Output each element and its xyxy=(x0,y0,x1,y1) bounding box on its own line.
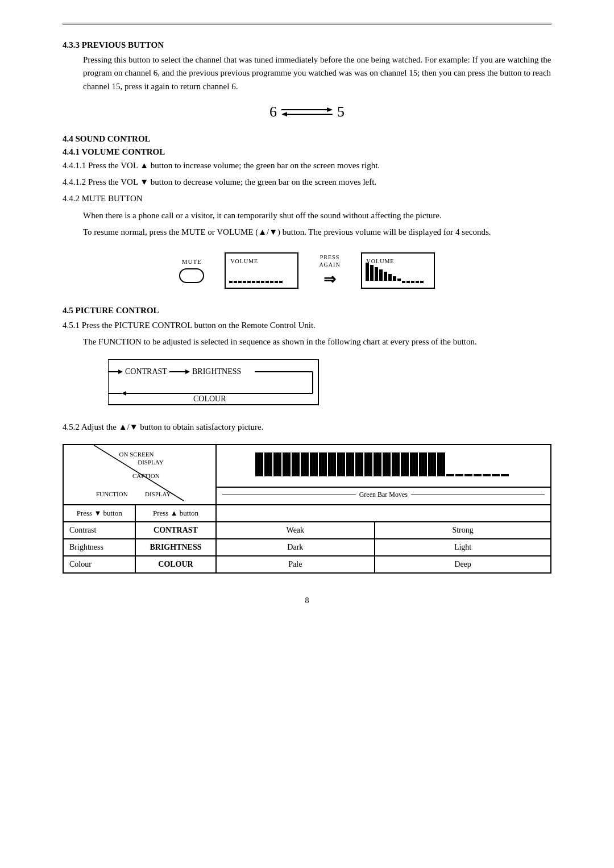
top-border xyxy=(63,23,551,24)
row2-function: Brightness xyxy=(63,539,135,556)
row1-press-up: Strong xyxy=(375,522,551,539)
green-bar-label-row: Green Bar Moves xyxy=(222,491,545,499)
svg-rect-68 xyxy=(428,452,436,476)
svg-rect-7 xyxy=(243,281,246,283)
mute-block: MUTE xyxy=(179,258,204,283)
vol-bars-2 xyxy=(366,267,430,283)
line-442: 4.4.2 MUTE BUTTON xyxy=(63,192,551,205)
svg-marker-39 xyxy=(122,391,126,396)
row3-display: COLOUR xyxy=(135,556,215,573)
row2-press-down: Dark xyxy=(216,539,375,556)
row1-press-down: Weak xyxy=(216,522,375,539)
row2-display: BRIGHTNESS xyxy=(135,539,215,556)
table-header-row: ON SCREEN DISPLAY CAPTION FUNCTION DISPL… xyxy=(63,445,551,487)
svg-rect-65 xyxy=(401,452,409,476)
svg-rect-70 xyxy=(446,474,454,476)
svg-text:CAPTION: CAPTION xyxy=(132,472,160,479)
line-452: 4.5.2 Adjust the ▲/▼ button to obtain sa… xyxy=(63,421,551,434)
svg-rect-13 xyxy=(270,281,273,283)
mute-para1: When there is a phone call or a visitor,… xyxy=(83,209,551,222)
svg-rect-18 xyxy=(375,267,378,281)
volume-box-2: VOLUME xyxy=(361,252,435,289)
row3-press-up: Deep xyxy=(375,556,551,573)
line-4412: 4.4.1.2 Press the VOL ▼ button to decrea… xyxy=(63,176,551,189)
svg-rect-12 xyxy=(265,281,269,283)
section-44: 4.4 SOUND CONTROL 4.4.1 VOLUME CONTROL 4… xyxy=(63,134,551,289)
svg-rect-56 xyxy=(319,452,327,476)
svg-text:FUNCTION: FUNCTION xyxy=(96,491,128,497)
picture-flow-chart: CONTRAST BRIGHTNESS COLOUR xyxy=(108,359,324,410)
table-row: Colour COLOUR Pale Deep xyxy=(63,556,551,573)
svg-rect-76 xyxy=(501,474,509,476)
svg-rect-8 xyxy=(247,281,251,283)
volume-label-1: VOLUME xyxy=(230,258,258,264)
svg-rect-52 xyxy=(283,452,291,476)
table-col-headers: Press ▼ button Press ▲ button xyxy=(63,505,551,522)
para-433: Pressing this button to select the chann… xyxy=(83,53,551,93)
svg-rect-49 xyxy=(255,452,263,476)
section-45: 4.5 PICTURE CONTROL 4.5.1 Press the PICT… xyxy=(63,306,551,574)
svg-rect-54 xyxy=(301,452,309,476)
heading-441: 4.4.1 VOLUME CONTROL xyxy=(63,147,551,157)
svg-rect-11 xyxy=(261,281,264,283)
svg-rect-67 xyxy=(419,452,427,476)
svg-rect-61 xyxy=(364,452,372,476)
channel-from: 6 xyxy=(269,103,277,121)
svg-rect-26 xyxy=(411,281,414,283)
double-arrow-icon: ⇒ xyxy=(323,271,336,288)
heading-45: 4.5 PICTURE CONTROL xyxy=(63,306,551,315)
mute-label: MUTE xyxy=(182,258,202,265)
svg-rect-6 xyxy=(238,281,242,283)
svg-rect-53 xyxy=(292,452,300,476)
channel-arrow xyxy=(281,106,333,118)
volume-label-2: VOLUME xyxy=(367,258,395,264)
svg-rect-24 xyxy=(402,281,405,283)
svg-rect-17 xyxy=(370,265,374,281)
svg-text:COLOUR: COLOUR xyxy=(193,394,226,403)
vol-bars-svg xyxy=(366,263,428,283)
header-press-up: Press ▲ button xyxy=(135,505,215,522)
vol-dots-svg xyxy=(229,267,292,283)
row3-function: Colour xyxy=(63,556,135,573)
table-row: Brightness BRIGHTNESS Dark Light xyxy=(63,539,551,556)
channel-to: 5 xyxy=(337,103,345,121)
svg-rect-16 xyxy=(366,263,369,281)
green-bar-cell: Green Bar Moves xyxy=(216,487,551,505)
svg-rect-20 xyxy=(384,272,387,281)
picture-control-table: ON SCREEN DISPLAY CAPTION FUNCTION DISPL… xyxy=(63,444,551,574)
svg-rect-64 xyxy=(392,452,400,476)
svg-rect-21 xyxy=(388,274,392,281)
svg-rect-50 xyxy=(264,452,272,476)
svg-rect-25 xyxy=(406,281,410,283)
bar-display-svg xyxy=(255,452,511,479)
svg-text:CONTRAST: CONTRAST xyxy=(125,367,167,376)
diagonal-cell-svg: ON SCREEN DISPLAY CAPTION FUNCTION DISPL… xyxy=(94,445,185,502)
green-bar-right-line xyxy=(411,495,545,495)
svg-rect-71 xyxy=(455,474,463,476)
svg-marker-3 xyxy=(281,112,287,117)
line-4411: 4.4.1.1 Press the VOL ▲ button to increa… xyxy=(63,159,551,172)
press-again-block: PRESSAGAIN ⇒ xyxy=(319,254,340,288)
diagonal-header-cell: ON SCREEN DISPLAY CAPTION FUNCTION DISPL… xyxy=(63,445,216,505)
svg-rect-74 xyxy=(483,474,491,476)
svg-text:DISPLAY: DISPLAY xyxy=(145,491,171,497)
svg-rect-73 xyxy=(474,474,482,476)
svg-marker-34 xyxy=(185,369,190,374)
svg-rect-63 xyxy=(383,452,391,476)
svg-text:DISPLAY: DISPLAY xyxy=(138,459,164,466)
row3-press-down: Pale xyxy=(216,556,375,573)
svg-rect-9 xyxy=(252,281,255,283)
svg-rect-60 xyxy=(355,452,363,476)
svg-rect-72 xyxy=(464,474,472,476)
green-bar-text: Green Bar Moves xyxy=(359,491,408,499)
row1-function: Contrast xyxy=(63,522,135,539)
svg-rect-14 xyxy=(275,281,278,283)
svg-rect-66 xyxy=(410,452,418,476)
channel-diagram: 6 5 xyxy=(63,103,551,121)
svg-rect-23 xyxy=(397,279,401,281)
page-number: 8 xyxy=(63,596,551,605)
table-row: Contrast CONTRAST Weak Strong xyxy=(63,522,551,539)
svg-rect-75 xyxy=(492,474,500,476)
svg-text:BRIGHTNESS: BRIGHTNESS xyxy=(192,367,241,376)
volume-box-1: VOLUME xyxy=(225,252,298,289)
